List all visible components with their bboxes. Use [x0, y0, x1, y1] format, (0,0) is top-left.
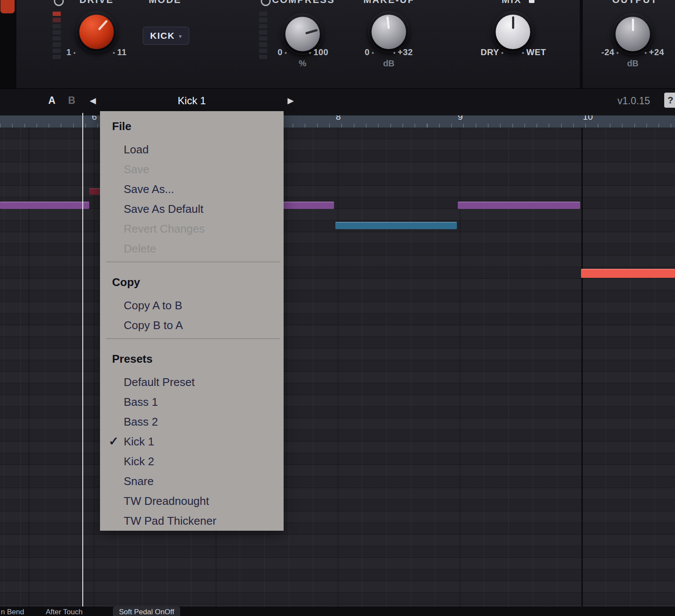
drive-max-label: 11	[112, 47, 127, 57]
output-min-label: -24	[601, 47, 619, 57]
help-button[interactable]: ?	[664, 93, 675, 108]
menu-item-bass-2[interactable]: Bass 2	[100, 412, 284, 432]
drive-label: DRIVE	[66, 0, 127, 6]
menu-item-copy-b-to-a[interactable]: Copy B to A	[100, 315, 284, 335]
drive-meter	[53, 12, 61, 59]
menu-item-copy-a-to-b[interactable]: Copy A to B	[100, 296, 284, 315]
menu-item-bass-1[interactable]: Bass 1	[100, 392, 284, 412]
makeup-knob[interactable]	[368, 11, 409, 53]
playhead[interactable]	[82, 113, 83, 607]
menu-header-file: File	[100, 116, 284, 136]
menu-divider	[106, 261, 280, 262]
ruler-label: 8	[336, 115, 341, 122]
mode-value: KICK	[150, 31, 175, 41]
next-preset-icon[interactable]: ▶	[288, 96, 294, 106]
version-label: v1.0.15	[618, 95, 650, 107]
output-label: OUTPUT	[592, 0, 675, 6]
plugin-window: DRIVE 1 11 MODE KICK ▾ COMPRESS 0	[0, 0, 675, 616]
midi-note[interactable]	[458, 202, 580, 209]
mix-led	[529, 0, 534, 3]
makeup-unit-label: dB	[372, 59, 406, 68]
output-max-label: +24	[644, 47, 664, 57]
preset-name[interactable]: Kick 1	[134, 95, 250, 107]
tab-soft-pedal-onoff[interactable]: Soft Pedal OnOff	[113, 607, 180, 616]
prev-preset-icon[interactable]: ◀	[90, 96, 96, 106]
bottom-tab-bar: n Bend After Touch Soft Pedal OnOff	[0, 607, 675, 616]
drive-knob[interactable]	[76, 11, 117, 53]
tab-after-touch[interactable]: After Touch	[46, 608, 83, 616]
mode-select[interactable]: KICK ▾	[143, 27, 189, 45]
makeup-max-label: +32	[393, 47, 413, 57]
check-icon: ✓	[109, 432, 119, 451]
drive-min-label: 1	[66, 47, 76, 57]
menu-divider	[106, 338, 280, 339]
menu-item-save-as-default[interactable]: Save As Default	[100, 199, 284, 219]
mode-label: MODE	[135, 0, 195, 6]
bar-marker-line	[581, 128, 583, 607]
compress-max-label: 100	[309, 47, 328, 57]
preset-context-menu: File Load Save Save As... Save As Defaul…	[100, 111, 284, 531]
chevron-down-icon: ▾	[179, 33, 182, 40]
midi-note[interactable]	[0, 202, 89, 209]
menu-item-tw-dreadnought[interactable]: TW Dreadnought	[100, 491, 284, 511]
midi-note[interactable]	[280, 202, 334, 209]
compress-meter	[259, 12, 267, 59]
compress-unit-label: %	[285, 59, 320, 68]
menu-item-revert-changes: Revert Changes	[100, 219, 284, 239]
menu-item-label: Kick 1	[124, 435, 154, 448]
ruler-label: 6	[92, 115, 97, 122]
corner-led	[0, 0, 15, 13]
midi-note[interactable]	[335, 222, 457, 229]
menu-item-default-preset[interactable]: Default Preset	[100, 372, 284, 392]
mix-min-label: DRY	[481, 47, 503, 57]
tab-pitch-bend[interactable]: n Bend	[1, 608, 24, 616]
ruler-label: 9	[458, 115, 463, 122]
menu-item-delete: Delete	[100, 239, 284, 258]
makeup-min-label: 0	[365, 47, 374, 57]
output-unit-label: dB	[616, 59, 650, 68]
menu-header-copy: Copy	[100, 272, 284, 292]
compress-label: COMPRESS	[260, 0, 347, 6]
preset-bar: A B ◀ Kick 1 ▶ v1.0.15	[0, 88, 675, 113]
menu-item-save: Save	[100, 159, 284, 179]
mix-max-label: WET	[522, 47, 546, 57]
ab-toggle-b[interactable]: B	[68, 95, 75, 106]
menu-header-presets: Presets	[100, 349, 284, 369]
midi-note[interactable]	[581, 269, 675, 278]
menu-item-save-as[interactable]: Save As...	[100, 179, 284, 199]
menu-item-kick-1[interactable]: ✓ Kick 1	[100, 432, 284, 451]
menu-item-snare[interactable]: Snare	[100, 471, 284, 491]
plugin-header: DRIVE 1 11 MODE KICK ▾ COMPRESS 0	[0, 0, 675, 88]
menu-item-kick-2[interactable]: Kick 2	[100, 451, 284, 471]
ab-toggle-a[interactable]: A	[48, 95, 56, 106]
mix-knob[interactable]	[492, 11, 534, 53]
menu-item-load[interactable]: Load	[100, 140, 284, 159]
compress-min-label: 0	[278, 47, 287, 57]
makeup-label: MAKE-UP	[346, 0, 432, 6]
midi-note[interactable]	[89, 188, 101, 195]
ruler-label: 10	[583, 115, 593, 122]
menu-item-tw-pad-thickener[interactable]: TW Pad Thickener	[100, 511, 284, 531]
